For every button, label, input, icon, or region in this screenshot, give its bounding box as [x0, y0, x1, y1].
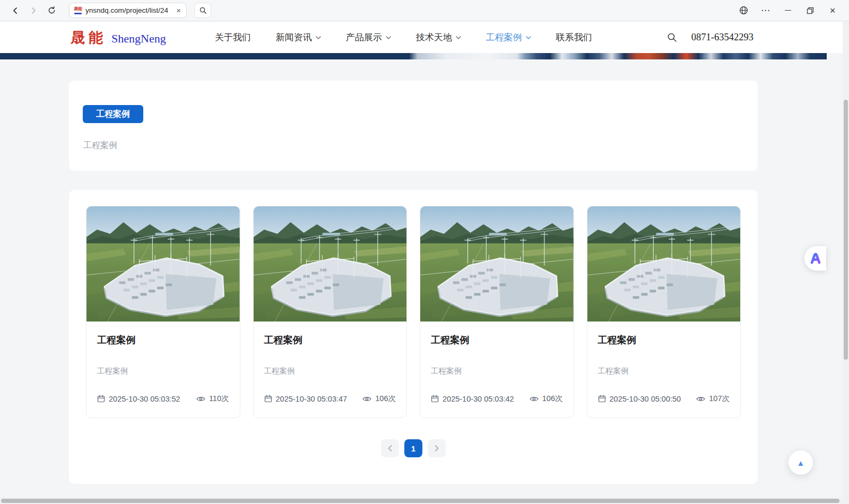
case-subtitle: 工程案例	[431, 366, 563, 376]
case-view-count: 110次	[196, 394, 229, 404]
reload-button[interactable]	[44, 3, 59, 19]
eye-icon	[362, 396, 371, 402]
chevron-down-icon	[456, 36, 461, 39]
back-icon	[11, 6, 20, 15]
calendar-icon	[97, 395, 105, 403]
case-card[interactable]: 工程案例 工程案例 2025-10-30 05:03:42	[420, 206, 574, 418]
horizontal-scrollbar-thumb[interactable]	[1, 499, 839, 503]
ellipsis-icon: ⋯	[761, 5, 770, 16]
nav-item-contact[interactable]: 联系我们	[556, 31, 592, 44]
reload-icon	[47, 6, 56, 15]
assistant-widget-button[interactable]	[804, 246, 826, 271]
breadcrumb: 工程案例	[83, 140, 117, 151]
back-to-top-button[interactable]: ▲	[789, 450, 813, 475]
address-bar[interactable]: 晟能 ynsndq.com/project/list/24 ×	[69, 3, 187, 18]
browser-toolbar: 晟能 ynsndq.com/project/list/24 × ⋯	[0, 0, 849, 21]
case-thumbnail-image	[254, 206, 407, 321]
back-button[interactable]	[7, 3, 23, 19]
close-icon: ×	[829, 5, 835, 15]
pagination-page-1-button[interactable]: 1	[404, 439, 422, 457]
case-thumbnail-image	[420, 206, 574, 321]
toolbar-search-button[interactable]	[194, 3, 211, 18]
pagination-prev-button[interactable]	[381, 439, 399, 457]
logo-name-text: ShengNeng	[111, 32, 166, 46]
nav-item-technology[interactable]: 技术天地	[416, 31, 461, 44]
case-subtitle: 工程案例	[598, 366, 730, 376]
vertical-scrollbar-thumb[interactable]	[844, 100, 848, 360]
case-view-count: 106次	[530, 394, 563, 404]
eye-icon	[530, 396, 539, 402]
window-minimize-button[interactable]	[779, 3, 797, 19]
site-header: 晟能 ShengNeng 关于我们 新闻资讯 产品展示 技术天地 工程案例 联系…	[0, 22, 849, 53]
case-view-count: 107次	[696, 394, 730, 404]
browser-menu-button[interactable]: ⋯	[757, 3, 775, 19]
cases-list-card: 工程案例 工程案例 2025-10-30 05:03:52	[69, 190, 758, 484]
case-title: 工程案例	[431, 334, 563, 346]
restore-icon	[807, 7, 814, 14]
case-card[interactable]: 工程案例 工程案例 2025-10-30 05:03:52	[86, 206, 240, 418]
case-title: 工程案例	[598, 334, 730, 346]
url-text: ynsndq.com/project/list/24	[85, 6, 172, 14]
case-thumbnail-image	[587, 206, 741, 321]
chevron-left-icon	[388, 445, 392, 451]
window-close-button[interactable]: ×	[824, 3, 842, 19]
nav-item-cases[interactable]: 工程案例	[486, 31, 531, 44]
category-button[interactable]: 工程案例	[83, 105, 143, 123]
window-restore-button[interactable]	[801, 3, 819, 19]
case-title: 工程案例	[264, 334, 396, 346]
site-favicon-icon: 晟能	[74, 6, 82, 15]
calendar-icon	[598, 395, 606, 403]
up-triangle-icon: ▲	[797, 458, 805, 467]
nav-item-products[interactable]: 产品展示	[346, 31, 391, 44]
case-subtitle: 工程案例	[264, 366, 396, 376]
case-thumbnail-image	[86, 206, 240, 321]
chevron-down-icon	[316, 36, 321, 39]
nav-item-news[interactable]: 新闻资讯	[276, 31, 321, 44]
calendar-icon	[264, 395, 272, 403]
hero-banner-bottom-edge	[0, 53, 827, 59]
minimize-icon	[785, 10, 791, 11]
page-title-card: 工程案例 工程案例	[69, 81, 758, 171]
calendar-icon	[431, 395, 439, 403]
case-date: 2025-10-30 05:03:42	[431, 395, 514, 403]
case-card[interactable]: 工程案例 工程案例 2025-10-30 05:00:50	[587, 206, 741, 418]
case-date: 2025-10-30 05:00:50	[598, 395, 681, 403]
browser-language-button[interactable]	[734, 3, 752, 19]
nav-item-about[interactable]: 关于我们	[215, 31, 251, 44]
case-view-count: 106次	[362, 394, 396, 404]
clear-url-icon[interactable]: ×	[175, 6, 182, 15]
main-nav: 关于我们 新闻资讯 产品展示 技术天地 工程案例 联系我们	[215, 31, 592, 44]
search-icon	[199, 6, 207, 14]
chevron-down-icon	[526, 36, 531, 39]
logo-seal-characters: 晟能	[71, 28, 107, 47]
header-phone-number: 0871-63542293	[691, 32, 753, 43]
assistant-a-logo-icon	[809, 251, 822, 265]
case-card[interactable]: 工程案例 工程案例 2025-10-30 05:03:47	[253, 206, 408, 418]
search-icon	[667, 32, 677, 42]
eye-icon	[196, 396, 205, 402]
case-subtitle: 工程案例	[97, 366, 229, 376]
forward-icon	[29, 6, 38, 15]
chevron-right-icon	[435, 445, 439, 451]
globe-icon	[739, 6, 748, 15]
forward-button[interactable]	[25, 3, 41, 19]
header-search-button[interactable]	[667, 32, 677, 42]
pagination: 1	[86, 439, 741, 457]
case-date: 2025-10-30 05:03:52	[97, 395, 180, 403]
eye-icon	[696, 396, 705, 402]
pagination-next-button[interactable]	[428, 439, 446, 457]
chevron-down-icon	[386, 36, 391, 39]
cards-grid: 工程案例 工程案例 2025-10-30 05:03:52	[86, 206, 741, 418]
case-date: 2025-10-30 05:03:47	[264, 395, 348, 403]
case-title: 工程案例	[97, 334, 229, 346]
site-logo[interactable]: 晟能 ShengNeng	[71, 28, 166, 47]
scrollbar-corner	[843, 498, 849, 504]
